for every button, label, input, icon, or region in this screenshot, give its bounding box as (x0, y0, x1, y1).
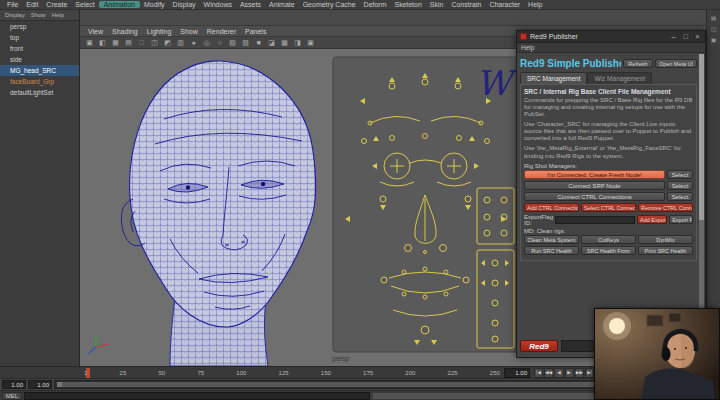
maximize-icon[interactable]: □ (681, 33, 690, 40)
dialog-tab[interactable]: SRC Management (520, 72, 587, 84)
outliner-item[interactable]: side (0, 54, 79, 65)
current-frame-field[interactable]: 1.00 (504, 368, 530, 378)
playback-button[interactable]: |◀ (534, 368, 543, 378)
ctrl-button[interactable]: Add CTRL Connections (524, 203, 579, 212)
menu-item[interactable]: Edit (22, 1, 42, 8)
face-rig-board[interactable]: W (333, 57, 518, 352)
timeline-tick-label: 250 (490, 370, 500, 376)
outliner-item[interactable]: front (0, 43, 79, 54)
connect-ctrl-button[interactable]: Connect CTRL Connections (524, 192, 665, 201)
menu-item[interactable]: Skin (426, 1, 448, 8)
viewport-toolbar-icon[interactable]: ◎ (201, 39, 212, 47)
viewport-toolbar-icon[interactable]: ◩ (162, 39, 173, 47)
close-icon[interactable]: × (693, 33, 702, 40)
menu-item[interactable]: Windows (200, 1, 236, 8)
clean-button[interactable]: CutKeys (581, 235, 636, 244)
viewport-toolbar-icon[interactable]: ● (188, 39, 199, 46)
viewport-menu-item[interactable]: View (84, 28, 107, 35)
health-button[interactable]: Run SRC Health (524, 246, 579, 255)
ctrl-button[interactable]: Remove CTRL Connections (638, 203, 693, 212)
viewport-toolbar-icon[interactable]: ◪ (266, 39, 277, 47)
menu-item[interactable]: Animation (99, 1, 140, 8)
export-fbx-button[interactable]: Export FBX (669, 215, 693, 224)
playback-button[interactable]: ▶| (585, 368, 594, 378)
viewport-toolbar-icon[interactable]: ▧ (227, 39, 238, 47)
viewport-menu-item[interactable]: Panels (241, 28, 270, 35)
viewport-toolbar-icon[interactable]: ▥ (175, 39, 186, 47)
menu-item[interactable]: Create (42, 1, 71, 8)
select-button[interactable]: Select (667, 170, 693, 179)
exportflag-input[interactable] (555, 216, 635, 224)
toolbox-icon[interactable]: ▤ (711, 14, 717, 21)
menu-item[interactable]: Select (71, 1, 98, 8)
add-export-tag-button[interactable]: Add Export Tag (637, 215, 667, 224)
outliner-item[interactable]: faceBoard_Grp (0, 76, 79, 87)
menu-item[interactable]: Modify (140, 1, 169, 8)
menu-item[interactable]: Deform (360, 1, 391, 8)
toolbox-icon[interactable]: ▣ (711, 36, 717, 43)
toolbox-icon[interactable]: ◫ (711, 25, 717, 32)
menu-item[interactable]: File (3, 1, 22, 8)
ctrl-button[interactable]: Select CTRL Connections (581, 203, 636, 212)
create-fresh-node-button[interactable]: I'm Connected, Create Fresh Node! (524, 170, 665, 179)
wireframe-head[interactable] (121, 61, 315, 366)
viewport-toolbar-icon[interactable]: ▦ (110, 39, 121, 47)
minimize-icon[interactable]: – (669, 33, 678, 40)
menu-item[interactable]: Help (524, 1, 546, 8)
viewport-toolbar-icon[interactable]: ▩ (279, 39, 290, 47)
open-meta-ui-button[interactable]: Open Meta UI (655, 59, 697, 68)
clean-button[interactable]: Clean Meta System (524, 235, 579, 244)
viewport-toolbar-icon[interactable]: ■ (253, 39, 264, 46)
dialog-tab[interactable]: Wiz Management (587, 72, 652, 84)
select-button[interactable]: Select (667, 181, 693, 190)
playback-button[interactable]: ◀ (554, 368, 563, 378)
managers-label: Rig Shot Managers: (524, 163, 693, 169)
viewport-menu-item[interactable]: Lighting (143, 28, 176, 35)
viewport-toolbar-icon[interactable]: ○ (214, 39, 225, 46)
viewport-toolbar-icon[interactable]: ▤ (123, 39, 134, 47)
outliner-item[interactable]: defaultLightSet (0, 87, 79, 98)
outliner-menu-item[interactable]: Show (29, 12, 48, 18)
playback-button[interactable]: ▶ (565, 368, 574, 378)
outliner-item[interactable]: MG_head_SRC (0, 65, 79, 76)
anim-start-field[interactable]: 1.00 (2, 380, 26, 389)
viewport-menu-item[interactable]: Renderer (203, 28, 240, 35)
viewport-menu-item[interactable]: Shading (108, 28, 142, 35)
range-slider[interactable] (54, 380, 627, 389)
connect-srp-node-button[interactable]: Connect SRP Node (524, 181, 665, 190)
timeline-tick-label: 25 (120, 370, 127, 376)
select-button[interactable]: Select (667, 192, 693, 201)
menu-item[interactable]: Assets (236, 1, 265, 8)
menu-item[interactable]: Skeleton (391, 1, 426, 8)
refresh-button[interactable]: Refresh (623, 59, 653, 68)
menu-item[interactable]: Character (485, 1, 524, 8)
outliner-menu-item[interactable]: Help (50, 12, 66, 18)
viewport-menu-item[interactable]: Show (176, 28, 202, 35)
timeline-tick-label: 100 (236, 370, 246, 376)
outliner-item[interactable]: top (0, 32, 79, 43)
health-button[interactable]: Print SRC Health (638, 246, 693, 255)
playback-button[interactable]: ▶▶ (575, 368, 584, 378)
outliner-menu-item[interactable]: Display (3, 12, 27, 18)
menu-item[interactable]: Geometry Cache (299, 1, 360, 8)
outliner-item[interactable]: persp (0, 21, 79, 32)
viewport-toolbar-icon[interactable]: ◧ (97, 39, 108, 47)
menu-item[interactable]: Constrain (447, 1, 485, 8)
health-button[interactable]: SRC Health From (581, 246, 636, 255)
playback-start-field[interactable]: 1.00 (28, 380, 52, 389)
viewport-toolbar-icon[interactable]: ◨ (292, 39, 303, 47)
clean-button[interactable]: DynMix (638, 235, 693, 244)
red9-logo-button[interactable]: Red9 (520, 340, 558, 352)
viewport-toolbar-icon[interactable]: ▨ (240, 39, 251, 47)
playback-button[interactable]: ◀◀ (544, 368, 553, 378)
viewport-toolbar-icon[interactable]: ◫ (149, 39, 160, 47)
menu-item[interactable]: Display (169, 1, 200, 8)
help-menu[interactable]: Help (521, 44, 534, 51)
dialog-titlebar[interactable]: Red9 Publisher – □ × (517, 31, 705, 43)
command-input[interactable] (24, 392, 370, 400)
mel-label[interactable]: MEL (2, 392, 22, 400)
viewport-toolbar-icon[interactable]: ▣ (84, 39, 95, 47)
menu-item[interactable]: Animate (265, 1, 299, 8)
viewport-toolbar-icon[interactable]: ▣ (305, 39, 316, 47)
viewport-toolbar-icon[interactable]: □ (136, 39, 147, 46)
